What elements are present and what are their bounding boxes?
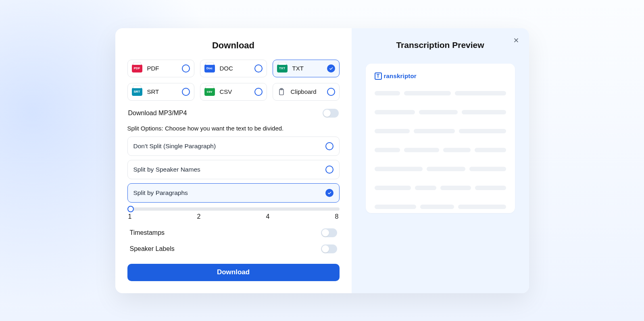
slider-label: 2 [197,213,201,220]
toggles-block: Timestamps Speaker Labels [127,228,340,254]
speaker-labels-label: Speaker Labels [130,245,175,253]
skeleton-bar [462,110,506,114]
split-option-label: Split by Paragraphs [133,189,188,197]
format-option-pdf[interactable]: PDF PDF [127,60,194,77]
format-label: DOC [220,65,254,72]
radio [254,88,263,96]
skeleton-bar [404,148,439,152]
skeleton-row [375,205,506,209]
radio [182,88,190,96]
slider-label: 1 [128,213,132,220]
split-option-paragraphs[interactable]: Split by Paragraphs [127,183,340,203]
download-title: Download [127,40,340,51]
skeleton-bar [375,148,400,152]
brand-text: ranskriptor [384,72,417,79]
format-label: CSV [220,88,254,95]
paragraph-slider: 1 2 4 8 [127,207,340,220]
mp3mp4-row: Download MP3/MP4 [127,108,340,118]
brand-mark: T [375,72,382,80]
skeleton-bar [375,167,423,171]
download-button[interactable]: Download [127,264,340,281]
skeleton-row [375,129,506,133]
skeleton-bar [419,110,458,114]
srt-icon: SRT [132,88,142,96]
clipboard-icon [277,87,286,96]
brand-logo: T ranskriptor [375,72,506,80]
format-label: TXT [292,65,327,72]
speaker-labels-toggle[interactable] [321,244,337,253]
skeleton-bar [375,205,417,209]
preview-card: T ranskriptor [366,64,515,213]
radio [254,64,263,72]
speaker-labels-row: Speaker Labels [129,244,338,254]
skeleton-bar [455,91,506,95]
close-icon [513,37,520,44]
skeleton-bar [440,186,471,190]
skeleton-row [375,186,506,190]
preview-skeleton [375,91,506,209]
pdf-icon: PDF [132,64,142,72]
download-modal: Download PDF PDF Doc DOC TXT TXT [115,28,529,293]
split-option-single[interactable]: Don't Split (Single Paragraph) [127,137,340,156]
skeleton-bar [469,167,506,171]
skeleton-row [375,148,506,152]
preview-title: Transcription Preview [396,40,484,50]
format-grid: PDF PDF Doc DOC TXT TXT SRT SRT [127,60,340,101]
close-button[interactable] [511,35,521,45]
split-options: Don't Split (Single Paragraph) Split by … [127,137,340,203]
txt-icon: TXT [277,64,288,72]
skeleton-bar [375,91,400,95]
slider-thumb[interactable] [127,206,134,212]
skeleton-bar [375,129,410,133]
format-label: Clipboard [291,88,327,95]
skeleton-bar [375,110,415,114]
skeleton-bar [375,186,411,190]
radio [325,166,333,174]
slider-track[interactable] [127,207,340,211]
format-option-clipboard[interactable]: Clipboard [273,83,340,101]
skeleton-bar [427,167,465,171]
format-option-doc[interactable]: Doc DOC [200,60,267,77]
radio-checked [327,64,335,72]
skeleton-bar [475,148,506,152]
timestamps-label: Timestamps [130,229,165,236]
radio [325,142,333,150]
split-option-speakers[interactable]: Split by Speaker Names [127,160,340,179]
doc-icon: Doc [204,64,215,72]
skeleton-bar [415,186,436,190]
skeleton-row [375,167,506,171]
skeleton-bar [404,91,451,95]
split-option-label: Don't Split (Single Paragraph) [133,143,216,150]
skeleton-bar [475,186,506,190]
mp3mp4-toggle[interactable] [323,109,339,118]
preview-panel: Transcription Preview T ranskriptor [352,28,529,293]
slider-label: 4 [266,213,270,220]
timestamps-row: Timestamps [129,228,338,238]
mp3mp4-label: Download MP3/MP4 [128,110,187,117]
skeleton-bar [458,205,506,209]
skeleton-bar [459,129,506,133]
skeleton-bar [414,129,455,133]
radio [327,88,335,96]
format-option-txt[interactable]: TXT TXT [273,60,340,77]
format-label: PDF [147,65,182,72]
radio-checked [325,189,333,197]
skeleton-row [375,91,506,95]
slider-labels: 1 2 4 8 [127,213,340,220]
format-label: SRT [147,88,182,95]
skeleton-row [375,110,506,114]
skeleton-bar [420,205,454,209]
split-option-label: Split by Speaker Names [133,166,200,173]
format-option-srt[interactable]: SRT SRT [127,83,194,101]
skeleton-bar [443,148,471,152]
format-option-csv[interactable]: csv CSV [200,83,267,101]
download-panel: Download PDF PDF Doc DOC TXT TXT [115,28,352,293]
timestamps-toggle[interactable] [321,228,337,237]
radio [182,64,190,72]
csv-icon: csv [204,88,215,96]
split-options-label: Split Options: Choose how you want the t… [127,125,340,132]
slider-label: 8 [335,213,339,220]
